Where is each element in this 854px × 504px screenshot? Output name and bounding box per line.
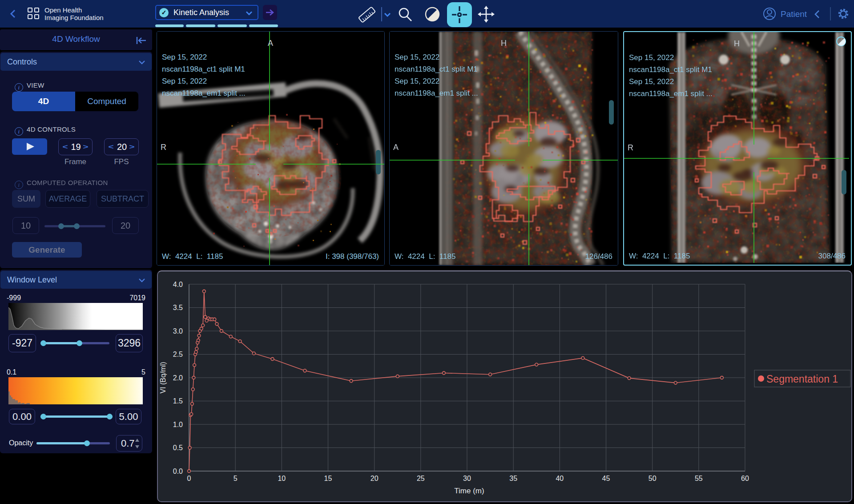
svg-text:20: 20: [371, 475, 379, 482]
svg-text:1.5: 1.5: [173, 397, 183, 405]
svg-text:0: 0: [187, 475, 191, 482]
svg-text:3.5: 3.5: [173, 304, 183, 311]
svg-text:VI (Bq/ml): VI (Bq/ml): [159, 362, 167, 393]
svg-text:10: 10: [278, 475, 286, 482]
svg-text:50: 50: [649, 475, 657, 482]
svg-text:15: 15: [324, 475, 332, 482]
svg-text:55: 55: [695, 475, 703, 482]
svg-text:3.0: 3.0: [173, 327, 183, 335]
svg-text:40: 40: [556, 475, 564, 482]
svg-text:45: 45: [602, 475, 610, 482]
svg-text:Patient: Patient: [781, 9, 807, 19]
svg-text:60: 60: [741, 475, 749, 482]
svg-text:30: 30: [463, 475, 471, 482]
svg-text:35: 35: [509, 475, 517, 482]
svg-text:0.5: 0.5: [173, 444, 183, 452]
svg-text:2.0: 2.0: [173, 374, 183, 382]
svg-text:Segmentation 1: Segmentation 1: [766, 373, 838, 385]
svg-text:5: 5: [234, 475, 238, 482]
svg-text:2.5: 2.5: [173, 351, 183, 358]
svg-text:Time (m): Time (m): [454, 487, 484, 495]
svg-text:1.0: 1.0: [173, 421, 183, 428]
svg-text:4.0: 4.0: [173, 281, 183, 288]
svg-text:25: 25: [417, 475, 425, 482]
svg-text:0.0: 0.0: [173, 468, 183, 475]
